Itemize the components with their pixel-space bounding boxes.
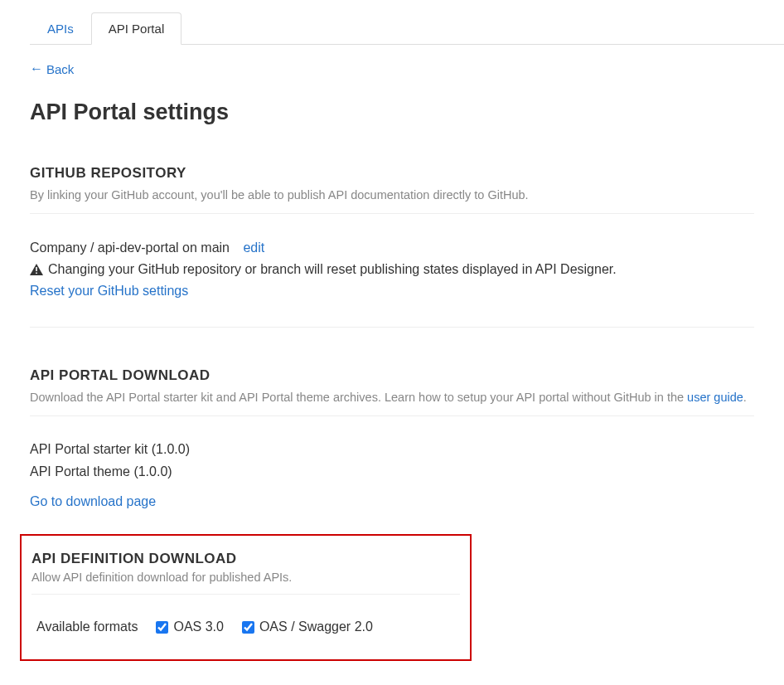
download-page-link[interactable]: Go to download page	[30, 494, 156, 509]
divider	[31, 594, 460, 595]
swagger2-label: OAS / Swagger 2.0	[259, 619, 373, 634]
swagger2-checkbox[interactable]	[242, 621, 254, 634]
back-label: Back	[46, 62, 74, 76]
theme-label: API Portal theme (1.0.0)	[30, 460, 754, 483]
download-desc-prefix: Download the API Portal starter kit and …	[30, 391, 687, 404]
svg-rect-0	[36, 267, 37, 271]
page-title: API Portal settings	[30, 100, 754, 125]
back-link[interactable]: ← Back	[30, 61, 74, 76]
warning-line: Changing your GitHub repository or branc…	[30, 262, 754, 277]
formats-row: Available formats OAS 3.0 OAS / Swagger …	[31, 619, 460, 634]
user-guide-link[interactable]: user guide	[687, 391, 743, 404]
arrow-left-icon: ←	[30, 61, 43, 76]
starter-kit-label: API Portal starter kit (1.0.0)	[30, 438, 754, 460]
tabs-bar: APIs API Portal	[30, 12, 784, 45]
github-section: GITHUB REPOSITORY By linking your GitHub…	[30, 165, 754, 328]
github-title: GITHUB REPOSITORY	[30, 165, 754, 182]
oas3-group: OAS 3.0	[156, 619, 223, 634]
download-desc: Download the API Portal starter kit and …	[30, 391, 754, 404]
warning-icon	[30, 264, 43, 275]
tab-apis[interactable]: APIs	[30, 12, 91, 45]
download-section: API PORTAL DOWNLOAD Download the API Por…	[30, 367, 754, 509]
edit-link[interactable]: edit	[243, 240, 264, 255]
tab-api-portal[interactable]: API Portal	[91, 12, 182, 45]
repo-line: Company / api-dev-portal on main edit	[30, 240, 754, 255]
definition-section: API DEFINITION DOWNLOAD Allow API defini…	[20, 534, 472, 661]
divider	[30, 415, 754, 416]
github-desc: By linking your GitHub account, you'll b…	[30, 188, 754, 202]
reset-github-link[interactable]: Reset your GitHub settings	[30, 284, 188, 299]
definition-desc: Allow API definition download for publis…	[31, 571, 460, 584]
oas3-checkbox[interactable]	[156, 621, 168, 634]
oas3-label: OAS 3.0	[173, 619, 223, 634]
warning-text: Changing your GitHub repository or branc…	[48, 262, 617, 277]
definition-title: API DEFINITION DOWNLOAD	[31, 551, 460, 567]
divider	[30, 213, 754, 214]
download-list: API Portal starter kit (1.0.0) API Porta…	[30, 438, 754, 483]
divider	[30, 327, 754, 328]
download-title: API PORTAL DOWNLOAD	[30, 367, 754, 384]
repo-text: Company / api-dev-portal on main	[30, 240, 230, 255]
svg-rect-1	[36, 273, 37, 274]
content: ← Back API Portal settings GITHUB REPOSI…	[0, 45, 784, 661]
download-desc-suffix: .	[743, 391, 747, 404]
swagger2-group: OAS / Swagger 2.0	[242, 619, 373, 634]
formats-label: Available formats	[36, 619, 138, 634]
